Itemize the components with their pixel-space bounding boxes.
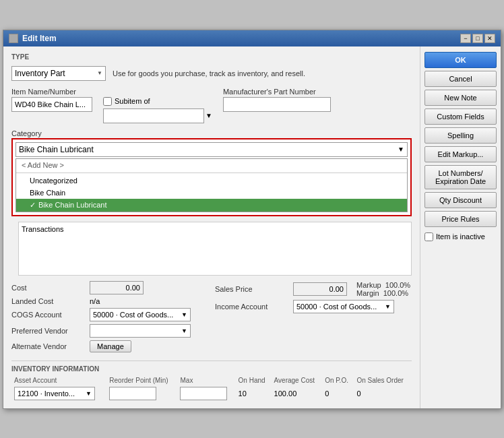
landed-cost-label: Landed Cost bbox=[11, 297, 86, 305]
landed-cost-row: Landed Cost n/a bbox=[11, 297, 208, 305]
subitem-checkbox[interactable] bbox=[103, 97, 112, 106]
on-po-header: On P.O. bbox=[322, 375, 354, 385]
cogs-arrow-icon: ▼ bbox=[181, 311, 187, 318]
inventory-section: INVENTORY INFORMATION Asset Account Reor… bbox=[11, 361, 412, 402]
type-section: TYPE bbox=[11, 53, 412, 61]
item-name-label: Item Name/Number bbox=[11, 88, 92, 96]
main-panel: TYPE Inventory Part ▼ Use for goods you … bbox=[3, 46, 420, 408]
income-account-label: Income Account bbox=[215, 303, 289, 311]
category-option-bike-chain[interactable]: Bike Chain bbox=[16, 187, 407, 199]
preferred-vendor-dropdown[interactable]: ▼ bbox=[90, 324, 191, 338]
manufacturer-label: Manufacturer's Part Number bbox=[223, 88, 331, 96]
title-bar-left: Edit Item bbox=[9, 34, 57, 43]
category-dropdown-list: < Add New > Uncategorized Bike Chain ✓ B… bbox=[15, 158, 408, 212]
category-selected-value: Bike Chain Lubricant bbox=[19, 145, 94, 154]
on-hand-value: 10 bbox=[239, 389, 247, 398]
asset-account-dropdown[interactable]: 12100 · Invento... ▼ bbox=[14, 387, 95, 400]
on-hand-header: On Hand bbox=[236, 375, 272, 385]
income-account-arrow-icon: ▼ bbox=[385, 303, 391, 310]
avg-cost-header: Average Cost bbox=[272, 375, 323, 385]
subitem-group: Subitem of ▼ bbox=[103, 97, 212, 123]
manage-button[interactable]: Manage bbox=[90, 340, 131, 352]
avg-cost-value: 100.00 bbox=[274, 389, 297, 398]
price-rules-button[interactable]: Price Rules bbox=[424, 211, 497, 227]
on-sales-order-header: On Sales Order bbox=[354, 375, 412, 385]
spelling-button[interactable]: Spelling bbox=[424, 127, 497, 144]
manufacturer-group: Manufacturer's Part Number bbox=[223, 88, 331, 112]
preferred-vendor-row: Preferred Vendor ▼ bbox=[11, 324, 208, 338]
income-account-value: 50000 · Cost of Goods... bbox=[296, 303, 377, 311]
sales-price-input[interactable] bbox=[293, 282, 347, 296]
checkmark-icon: ✓ bbox=[30, 201, 36, 210]
max-input[interactable] bbox=[180, 387, 227, 400]
preferred-vendor-arrow-icon: ▼ bbox=[181, 327, 187, 334]
asset-account-header: Asset Account bbox=[11, 375, 106, 385]
markup-info: Markup 100.0% bbox=[356, 281, 410, 289]
cost-section: Cost Landed Cost n/a COGS Account 50000 … bbox=[11, 281, 208, 355]
category-add-new[interactable]: < Add New > bbox=[16, 159, 407, 171]
on-po-value: 0 bbox=[325, 389, 329, 398]
reorder-point-header: Reorder Point (Min) bbox=[106, 375, 177, 385]
cancel-button[interactable]: Cancel bbox=[424, 71, 497, 87]
custom-fields-button[interactable]: Custom Fields bbox=[424, 108, 497, 125]
subitem-label: Subitem of bbox=[115, 97, 150, 105]
transactions-row: Transactions bbox=[11, 222, 412, 276]
alternate-vendor-row: Alternate Vendor Manage bbox=[11, 340, 208, 352]
window-title: Edit Item bbox=[22, 34, 57, 43]
manufacturer-input[interactable] bbox=[223, 97, 331, 112]
type-label: TYPE bbox=[11, 53, 412, 61]
inactive-checkbox[interactable] bbox=[424, 232, 433, 241]
close-button[interactable]: ✕ bbox=[484, 34, 495, 43]
asset-account-cell: 12100 · Invento... ▼ bbox=[11, 385, 106, 402]
cogs-dropdown[interactable]: 50000 · Cost of Goods... ▼ bbox=[90, 308, 191, 321]
cost-label: Cost bbox=[11, 284, 86, 292]
price-section: Sales Price Markup 100.0% Margin 100.0% … bbox=[215, 281, 412, 355]
ok-button[interactable]: OK bbox=[424, 52, 497, 68]
item-name-group: Item Name/Number bbox=[11, 88, 92, 112]
new-note-button[interactable]: New Note bbox=[424, 90, 497, 106]
edit-item-window: Edit Item − □ ✕ TYPE Inventory Part ▼ Us… bbox=[3, 30, 501, 409]
inventory-table: Asset Account Reorder Point (Min) Max On… bbox=[11, 375, 412, 402]
max-header: Max bbox=[177, 375, 235, 385]
asset-account-value: 12100 · Invento... bbox=[18, 389, 75, 398]
type-dropdown-value: Inventory Part bbox=[15, 69, 65, 78]
window-icon bbox=[9, 34, 18, 43]
margin-info: Margin 100.0% bbox=[356, 289, 410, 297]
on-sales-order-cell: 0 bbox=[354, 385, 412, 402]
on-hand-cell: 10 bbox=[236, 385, 272, 402]
minimize-button[interactable]: − bbox=[460, 34, 471, 43]
category-label: Category bbox=[11, 129, 42, 137]
type-dropdown-arrow: ▼ bbox=[97, 70, 102, 76]
cogs-value: 50000 · Cost of Goods... bbox=[93, 311, 173, 319]
preferred-vendor-label: Preferred Vendor bbox=[11, 327, 86, 335]
income-account-dropdown[interactable]: 50000 · Cost of Goods... ▼ bbox=[293, 300, 394, 313]
edit-markup-button[interactable]: Edit Markup... bbox=[424, 146, 497, 162]
subitem-input[interactable] bbox=[103, 108, 204, 123]
on-po-cell: 0 bbox=[322, 385, 354, 402]
subitem-dropdown-arrow: ▼ bbox=[206, 112, 212, 119]
category-option-bike-chain-lubricant[interactable]: ✓ Bike Chain Lubricant bbox=[16, 199, 407, 212]
on-sales-order-value: 0 bbox=[356, 389, 360, 398]
maximize-button[interactable]: □ bbox=[472, 34, 483, 43]
alternate-vendor-label: Alternate Vendor bbox=[11, 342, 86, 350]
qty-discount-button[interactable]: Qty Discount bbox=[424, 192, 497, 208]
income-account-row: Income Account 50000 · Cost of Goods... … bbox=[215, 300, 412, 313]
reorder-point-cell bbox=[106, 385, 177, 402]
cost-input[interactable] bbox=[90, 281, 144, 294]
category-option-uncategorized[interactable]: Uncategorized bbox=[16, 175, 407, 187]
cost-sales-section: Cost Landed Cost n/a COGS Account 50000 … bbox=[11, 281, 412, 355]
avg-cost-cell: 100.00 bbox=[272, 385, 323, 402]
transactions-area: Transactions bbox=[18, 222, 412, 276]
reorder-point-input[interactable] bbox=[109, 387, 156, 400]
type-dropdown[interactable]: Inventory Part ▼ bbox=[11, 66, 106, 81]
transactions-label: Transactions bbox=[22, 225, 64, 233]
lot-numbers-button[interactable]: Lot Numbers/ Expiration Date bbox=[424, 165, 497, 189]
max-cell bbox=[177, 385, 235, 402]
sales-price-label: Sales Price bbox=[215, 285, 289, 293]
subitem-row: Subitem of bbox=[103, 97, 212, 106]
category-dropdown[interactable]: Bike Chain Lubricant ▼ bbox=[15, 142, 408, 157]
sales-price-row: Sales Price Markup 100.0% Margin 100.0% bbox=[215, 281, 412, 297]
type-description: Use for goods you purchase, track as inv… bbox=[113, 69, 305, 77]
item-name-input[interactable] bbox=[11, 97, 92, 112]
markup-value: 100.0% bbox=[385, 281, 410, 289]
